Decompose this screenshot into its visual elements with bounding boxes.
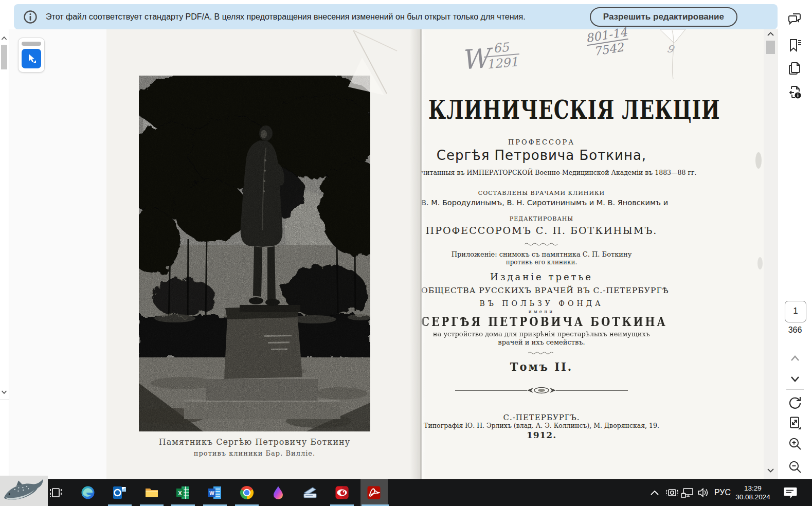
edition: Изданіе третье [421,272,662,282]
page-fold-crease [410,29,426,479]
info-icon [23,10,38,24]
monument-photo [139,76,370,431]
year: 1912. [421,430,662,440]
shark-wallpaper-corner[interactable] [0,476,48,506]
action-center-icon[interactable] [783,485,798,500]
handwritten-accession-number: 801-14 7542 [585,25,630,59]
scan-page-photo: Памятникъ Сергѣю Петровичу Боткину проти… [106,29,421,479]
book-author: Сергѣя Петровича Боткина, [421,148,662,163]
society: ОБЩЕСТВА РУССКИХЪ ВРАЧЕЙ ВЪ С.-ПЕТЕРБУРГ… [421,286,662,295]
editor: ПРОФЕССОРОМЪ С. П. БОТКИНЫМЪ. [421,225,662,236]
select-tool-button[interactable] [22,49,41,68]
fund-line2: имени [421,309,662,314]
notification-bar: Этот файл соответствует стандарту PDF/A.… [14,4,778,29]
file-explorer-app-icon[interactable] [139,479,164,506]
paint-drop-app-icon[interactable] [266,479,291,506]
scroll-down-icon[interactable] [1,390,7,394]
next-page-icon[interactable] [787,371,803,387]
shelfmark-denominator: 1291 [484,53,520,72]
scrollbar-down-icon[interactable] [767,467,774,473]
photo-caption-line2: противъ клиники Бар. Вилліе. [127,449,382,457]
app-window: Этот файл соответствует стандарту PDF/A.… [0,0,812,506]
squiggle-ornament-2 [421,351,662,355]
fund-name: СЕРГѢЯ ПЕТРОВИЧА БОТКИНА [421,315,662,329]
toolbar-drag-handle[interactable] [22,42,41,46]
lectures-note: читанныя въ ИМПЕРАТОРСКОЙ Военно-Медицин… [421,169,662,176]
professor-label: ПРОФЕССОРА [421,138,662,146]
annex-line2: противъ его клиники. [421,259,662,266]
compiled-label: СОСТАВЛЕНЫ ВРАЧАМИ КЛИНИКИ [421,190,662,196]
squiggle-ornament [421,242,662,246]
taskbar: X W [0,479,812,506]
edge-app-icon[interactable] [76,479,100,506]
scrollbar-up-icon[interactable] [767,31,774,37]
scrollbar-thumb[interactable] [766,41,775,54]
svg-text:X: X [178,490,182,496]
fit-one-page-icon[interactable] [787,415,803,431]
edited-label: РЕДАКТИРОВАНЫ [421,215,662,222]
network-tray-icon[interactable] [680,485,695,500]
page-total: 366 [778,326,812,335]
left-tools-panel [9,29,107,479]
camera-tray-icon[interactable] [664,485,680,500]
rail-divider [786,389,804,390]
zoom-out-icon[interactable] [787,459,803,475]
cursor-arrow-icon [25,52,38,65]
document-canvas: Памятникъ Сергѣю Петровичу Боткину проти… [106,29,764,479]
enable-editing-button[interactable]: Разрешить редактирование [590,7,737,27]
notification-message: Этот файл соответствует стандарту PDF/A.… [46,12,590,22]
document-info-icon[interactable] [787,84,803,100]
left-scrollbar[interactable] [0,29,9,479]
clock[interactable]: 13:29 30.08.2024 [728,479,778,506]
document-scrollbar[interactable] [764,29,778,479]
bookmarks-icon[interactable] [787,38,803,53]
comments-icon[interactable] [787,11,803,27]
abbyy-finereader-app-icon[interactable] [330,479,354,506]
purpose-line2: врачей и ихъ семействъ. [421,338,662,346]
purpose-line1: на устройство дома для призрѣнія престар… [421,330,662,338]
right-tools-rail: 1 366 [778,0,812,479]
printer: Типографія Ю. Н. Эрлихъ (влад. А. Э. Кол… [421,422,662,429]
annex-line1: Приложеніе: снимокъ съ памятника С. П. Б… [421,250,662,258]
left-scrollbar-thumb[interactable] [1,45,7,69]
clock-date: 30.08.2024 [735,493,770,501]
zoom-in-icon[interactable] [787,436,803,451]
scan-page-title: W 65 1291 801-14 7542 9 КЛИНИЧЕСКІЯ ЛЕКЦ… [421,29,764,479]
city: С.-ПЕТЕРБУРГЪ. [421,413,662,422]
outlook-app-icon[interactable] [107,479,132,506]
excel-app-icon[interactable]: X [171,479,195,506]
strip-divider [0,400,9,400]
floating-toolbar [18,38,45,73]
compilers: В. М. Бородулинымъ, В. Н. Сиротининымъ и… [421,198,662,207]
svg-text:W: W [209,491,214,496]
chrome-app-icon[interactable] [234,479,259,506]
acrobat-app-icon[interactable] [362,479,386,506]
fund-line1: ВЪ ПОЛЬЗУ ФОНДА [421,299,662,308]
scanner-app-icon[interactable] [298,479,322,506]
rotate-refresh-icon[interactable] [787,395,803,410]
clock-time: 13:29 [744,484,762,493]
previous-page-icon[interactable] [787,351,803,366]
page-number-input[interactable]: 1 [785,301,806,322]
page-thumbnails-icon[interactable] [787,61,803,76]
ornament-rule [421,386,662,394]
handwritten-corner-mark: 9 [666,42,675,56]
scroll-up-icon[interactable] [1,36,7,41]
word-app-icon[interactable]: W [203,479,227,506]
handwritten-shelfmark-fraction: 65 1291 [483,39,521,72]
volume-label: Томъ II. [421,359,662,374]
volume-tray-icon[interactable] [695,485,711,500]
book-title: КЛИНИЧЕСКІЯ ЛЕКЦІИ [428,94,655,124]
hidden-icons-chevron[interactable] [647,485,662,500]
photo-caption-line1: Памятникъ Сергѣю Петровичу Боткину [127,437,382,447]
